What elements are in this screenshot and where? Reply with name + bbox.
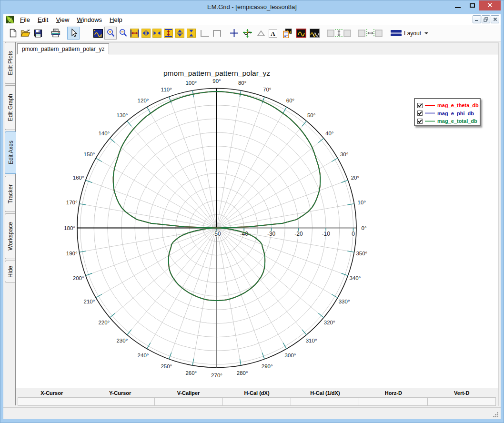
- angle-label: 300°: [285, 352, 296, 358]
- compress-x-button[interactable]: [151, 27, 163, 40]
- save-floppy-button[interactable]: [32, 27, 44, 40]
- minimize-button[interactable]: [451, 0, 465, 10]
- tracker-value-cell: [428, 398, 496, 405]
- menu-file[interactable]: File: [16, 15, 34, 25]
- legend-label: mag_e_theta_db: [437, 102, 479, 108]
- layout-dropdown[interactable]: Layout: [391, 28, 428, 39]
- open-folder-icon: [20, 29, 30, 37]
- maximize-button[interactable]: [465, 0, 479, 10]
- text-annotation-icon: A: [269, 29, 277, 38]
- mdi-close-icon: [493, 17, 497, 21]
- legend-checkbox[interactable]: [417, 119, 423, 124]
- polar-spoke: [217, 121, 306, 228]
- crosshair-plus-icon: [230, 29, 239, 38]
- polar-spoke: [110, 138, 217, 228]
- expand-x-full-button[interactable]: [128, 27, 141, 40]
- svg-text:A: A: [271, 30, 275, 37]
- mdi-restore-icon: [484, 17, 488, 22]
- sidebar-tab-edit-graph[interactable]: Edit Graph: [5, 85, 15, 130]
- polar-spoke: [217, 228, 264, 359]
- mdi-window-controls: [473, 15, 499, 23]
- tracker-col-header: Y-Cursor: [86, 389, 154, 397]
- expand-y-icon: [175, 29, 184, 38]
- tracker-axes-button[interactable]: [241, 27, 253, 40]
- tracker-value-cell: [86, 398, 154, 405]
- toolbar: ALayout: [3, 25, 501, 41]
- status-bar: [3, 407, 501, 419]
- sidebar-tab-tracker[interactable]: Tracker: [5, 176, 15, 212]
- tracker-value-cell: [359, 398, 427, 405]
- tracker-header-row: X-CursorY-CursorV-CaliperH-Cal (dX)H-Cal…: [18, 389, 496, 397]
- legend-checkbox[interactable]: [417, 103, 423, 108]
- rim-tick: [79, 204, 86, 205]
- angle-label: 130°: [116, 112, 128, 118]
- legend-checkbox[interactable]: [417, 111, 423, 116]
- triangle-marker-icon: [257, 30, 265, 37]
- sidebar-tab-hide[interactable]: Hide: [5, 261, 15, 282]
- resize-grip[interactable]: [493, 412, 499, 418]
- tile-box-right2-icon: [375, 30, 383, 37]
- angle-label: 170°: [66, 200, 78, 205]
- sidebar-tab-label: Tracker: [7, 184, 14, 203]
- polar-spoke: [217, 180, 348, 228]
- plot-legend: mag_e_theta_dbmag_e_phi_dbmag_e_total_db: [414, 98, 481, 126]
- application-window: FileEditViewWindowsHelp ALayout Edit Plo…: [3, 14, 501, 419]
- mdi-minimize-button[interactable]: [473, 15, 481, 23]
- close-button[interactable]: ✕: [479, 0, 501, 10]
- plot-window-active-button[interactable]: [295, 27, 307, 40]
- fit-plot-button[interactable]: [92, 27, 104, 40]
- angle-label: 100°: [185, 80, 197, 86]
- angle-label: 110°: [161, 87, 172, 92]
- crosshair-plus-button[interactable]: [228, 27, 240, 40]
- tracker-value-row: [18, 397, 496, 406]
- angle-label: 340°: [349, 275, 361, 281]
- mdi-close-button[interactable]: [491, 15, 499, 23]
- sidebar-tab-label: Workspace: [7, 222, 14, 251]
- layout-label: Layout: [404, 30, 421, 37]
- tracker-axes-icon: [242, 29, 252, 38]
- angle-label: 120°: [138, 98, 149, 103]
- angle-label: 0°: [362, 225, 367, 231]
- open-folder-button[interactable]: [19, 27, 31, 40]
- zoom-in-button[interactable]: [104, 27, 117, 40]
- copy-plot-report-button[interactable]: [281, 27, 293, 40]
- rim-tick: [283, 343, 286, 349]
- menu-help[interactable]: Help: [106, 15, 126, 25]
- polar-spoke: [169, 97, 217, 228]
- sidebar-tab-edit-axes[interactable]: Edit Axes: [5, 131, 16, 174]
- new-document-button[interactable]: [7, 27, 19, 40]
- select-cursor-button[interactable]: [67, 27, 80, 40]
- menu-bar: FileEditViewWindowsHelp: [3, 14, 501, 25]
- plot-canvas[interactable]: -50-40-30-20-1000°10°20°30°40°50°60°70°8…: [16, 54, 498, 388]
- radial-tick-label: 0: [352, 231, 355, 237]
- expand-y-full-button[interactable]: [162, 27, 174, 40]
- legend-line-sample: [425, 111, 435, 115]
- menu-view[interactable]: View: [52, 15, 73, 25]
- expand-y-button[interactable]: [173, 27, 186, 40]
- tracker-readout: X-CursorY-CursorV-CaliperH-Cal (dX)H-Cal…: [16, 388, 498, 406]
- sidebar-tab-edit-plots[interactable]: Edit Plots: [5, 42, 15, 84]
- tracker-col-header: V-Caliper: [154, 389, 222, 397]
- menu-windows[interactable]: Windows: [73, 15, 106, 25]
- document-tab[interactable]: pmom_pattern_pattern_polar_yz: [17, 43, 109, 54]
- print-button[interactable]: [50, 27, 62, 40]
- plot-window-all-button[interactable]: [308, 27, 321, 40]
- zoom-out-button[interactable]: [117, 27, 129, 40]
- plot-window-active-icon: [296, 29, 306, 38]
- angle-label: 190°: [66, 251, 78, 256]
- mdi-restore-button[interactable]: [482, 15, 490, 23]
- rim-tick: [147, 343, 151, 349]
- polar-spoke: [86, 228, 217, 276]
- text-annotation-button[interactable]: A: [267, 27, 279, 40]
- tracker-value-cell: [291, 398, 359, 405]
- mdi-minimize-icon: [474, 17, 479, 21]
- print-icon: [51, 29, 60, 38]
- rim-tick: [347, 251, 354, 252]
- angle-label: 150°: [83, 151, 95, 157]
- menu-edit[interactable]: Edit: [34, 15, 52, 25]
- rim-tick: [79, 251, 86, 252]
- compress-y-button[interactable]: [185, 27, 197, 40]
- angle-label: 210°: [83, 299, 95, 304]
- polar-spoke: [217, 228, 323, 318]
- sidebar-tab-workspace[interactable]: Workspace: [5, 213, 15, 259]
